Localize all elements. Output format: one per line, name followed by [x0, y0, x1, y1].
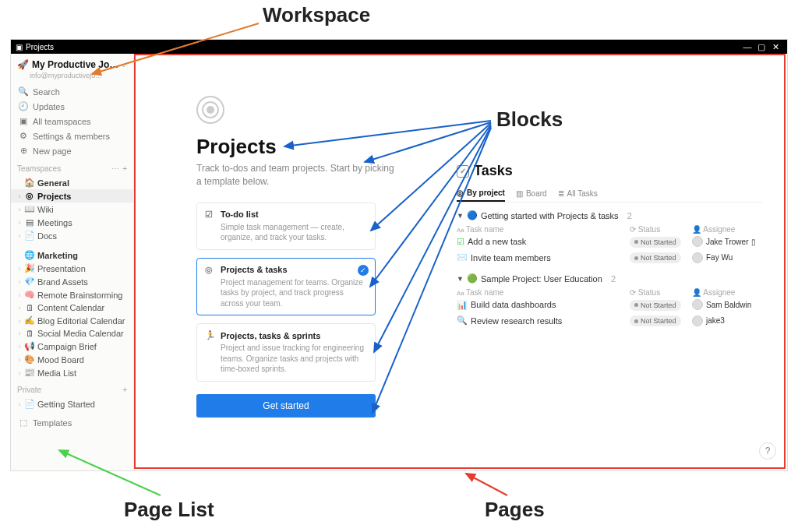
- news-icon: 📰: [23, 368, 36, 378]
- tab-by-project[interactable]: ◎By project: [457, 185, 505, 202]
- workspace-name: My Productive Jo…: [32, 59, 121, 70]
- status-badge: Not Started: [630, 237, 681, 248]
- envelope-icon: ✉️: [457, 252, 468, 262]
- marketing-label: Marketing: [37, 251, 78, 260]
- page-subtitle: Track to-dos and team projects. Start by…: [196, 162, 399, 188]
- sidebar-item-general[interactable]: 🏠General: [11, 176, 133, 189]
- minimize-button[interactable]: —: [740, 42, 754, 51]
- tasks-title: ✓Tasks: [457, 163, 762, 179]
- sidebar-item-remote-brainstorming[interactable]: ›🧠Remote Brainstorming: [11, 288, 133, 301]
- maximize-button[interactable]: ▢: [754, 42, 768, 52]
- doc-icon: 📄: [23, 231, 36, 241]
- getting-started-label: Getting Started: [37, 400, 95, 409]
- template-todo[interactable]: ☑To-do list Simple task management — cre…: [196, 203, 376, 250]
- section-teamspaces-label: Teamspaces: [17, 164, 61, 173]
- sidebar-item-brand-assets[interactable]: ›💎Brand Assets: [11, 275, 133, 288]
- sidebar-item-campaign-brief[interactable]: ›📢Campaign Brief: [11, 340, 133, 353]
- group2-header[interactable]: ▼🟢Sample Project: User Education 2: [457, 273, 762, 284]
- add-private-page-button[interactable]: +: [122, 386, 127, 394]
- nav-templates[interactable]: ⬚Templates: [11, 415, 133, 430]
- group1-columns: Aa Task name ⟳ Status 👤 Assignee: [457, 225, 762, 234]
- add-teamspace-button[interactable]: +: [122, 164, 127, 173]
- chevron-right-icon: ›: [16, 206, 23, 213]
- col-assignee: Assignee: [703, 288, 735, 297]
- sidebar-item-blog-editorial[interactable]: ›✍️Blog Editorial Calendar: [11, 314, 133, 327]
- template-sprints[interactable]: 🏃Projects, tasks & sprints Project and i…: [196, 323, 376, 382]
- annotation-blocks: Blocks: [496, 107, 563, 132]
- status-badge: Not Started: [630, 252, 681, 263]
- sidebar-item-content-calendar[interactable]: ›🗓Content Calendar: [11, 301, 133, 314]
- sidebar-item-meetings[interactable]: ›▤Meetings: [11, 216, 133, 229]
- nav-all-teamspaces[interactable]: ▣All teamspaces: [11, 114, 133, 129]
- window-title: Projects: [26, 43, 54, 51]
- selected-check-icon: ✓: [358, 265, 369, 276]
- template-projects-tasks[interactable]: ✓ ◎Projects & tasks Project management f…: [196, 258, 376, 316]
- projects-label: Projects: [37, 192, 71, 201]
- sidebar-item-marketing[interactable]: 🌐Marketing: [11, 248, 133, 262]
- tab-board[interactable]: ▥Board: [516, 185, 547, 202]
- nav-settings[interactable]: ⚙Settings & members: [11, 129, 133, 143]
- content-label: Content Calendar: [37, 303, 104, 312]
- list-icon: ▤: [23, 217, 36, 227]
- nav-newpage-label: New page: [33, 146, 72, 156]
- sidebar-item-media-list[interactable]: ›📰Media List: [11, 366, 133, 379]
- toggle-down-icon: ▼: [457, 212, 464, 220]
- task-row[interactable]: ✉️Invite team members Not Started Fay Wu: [457, 250, 762, 266]
- sidebar-item-wiki[interactable]: ›📖Wiki: [11, 203, 133, 216]
- brand-label: Brand Assets: [37, 277, 88, 287]
- task-row[interactable]: ☑Add a new task Not Started Jake Trower …: [457, 234, 762, 250]
- col-name: Task name: [466, 225, 503, 234]
- sidebar-item-docs[interactable]: ›📄Docs: [11, 229, 133, 242]
- checkbox-icon: ✓: [457, 165, 469, 178]
- nav-new-page[interactable]: ⊕New page: [11, 143, 133, 158]
- more-icon[interactable]: ⋯: [111, 164, 119, 173]
- teamspaces-icon: ▣: [17, 116, 30, 126]
- chevron-right-icon: ›: [16, 329, 23, 337]
- workspace-switcher[interactable]: 🚀 My Productive Jo… ⌄: [11, 54, 133, 72]
- page-icon-bullseye[interactable]: [196, 96, 224, 124]
- status-badge: Not Started: [630, 300, 681, 311]
- magnifier-icon: 🔍: [457, 315, 468, 326]
- sidebar-item-social-media[interactable]: ›🗓Social Media Calendar: [11, 327, 133, 340]
- meetings-label: Meetings: [37, 218, 72, 227]
- task-row[interactable]: 📊Build data dashboards Not Started Sam B…: [457, 297, 762, 313]
- status-badge: Not Started: [630, 315, 681, 326]
- workspace-email: info@myproductivejo…: [11, 72, 133, 84]
- mood-label: Mood Board: [37, 355, 84, 365]
- template-list: ☑To-do list Simple task management — cre…: [196, 203, 376, 417]
- tab-all-tasks[interactable]: ≣All Tasks: [558, 185, 598, 202]
- tab-board-label: Board: [526, 189, 547, 198]
- nav-search-label: Search: [33, 87, 60, 97]
- group1-header[interactable]: ▼🔵Getting started with Projects & tasks …: [457, 210, 762, 220]
- brain-icon: 🧠: [23, 290, 36, 300]
- close-button[interactable]: ✕: [768, 42, 782, 52]
- get-started-button[interactable]: Get started: [196, 394, 376, 417]
- blog-label: Blog Editorial Calendar: [37, 316, 125, 326]
- assignee: Sam Baldwin: [692, 299, 762, 310]
- checkbox-icon: ☑: [205, 210, 217, 220]
- sidebar-item-getting-started[interactable]: ›📄Getting Started: [11, 397, 133, 410]
- sidebar-item-presentation[interactable]: ›🎉Presentation: [11, 262, 133, 275]
- group2-count: 2: [611, 274, 616, 284]
- media-label: Media List: [37, 368, 76, 378]
- annotation-page-list: Page List: [124, 498, 214, 522]
- col-assignee: Assignee: [703, 225, 735, 234]
- chevron-down-icon: ⌄: [121, 61, 127, 69]
- sidebar-item-projects[interactable]: ›◎Projects: [11, 189, 133, 203]
- chevron-right-icon: ›: [16, 219, 23, 227]
- presentation-label: Presentation: [37, 264, 86, 273]
- titlebar: ▣ Projects — ▢ ✕: [11, 40, 787, 54]
- svg-line-8: [466, 474, 507, 495]
- globe-icon: 🌐: [23, 250, 36, 260]
- task-row[interactable]: 🔍Review research results Not Started jak…: [457, 313, 762, 329]
- art-icon: 🎨: [23, 354, 36, 365]
- chevron-right-icon: ›: [16, 291, 23, 299]
- chevron-right-icon: ›: [16, 278, 23, 286]
- help-button[interactable]: ?: [759, 442, 776, 460]
- nav-search[interactable]: 🔍Search: [11, 84, 133, 99]
- sidebar-item-mood-board[interactable]: ›🎨Mood Board: [11, 353, 133, 366]
- nav-updates[interactable]: 🕘Updates: [11, 99, 133, 114]
- nav-updates-label: Updates: [33, 102, 65, 111]
- checkbox-green-icon: ☑: [457, 237, 464, 247]
- avatar: [692, 299, 703, 310]
